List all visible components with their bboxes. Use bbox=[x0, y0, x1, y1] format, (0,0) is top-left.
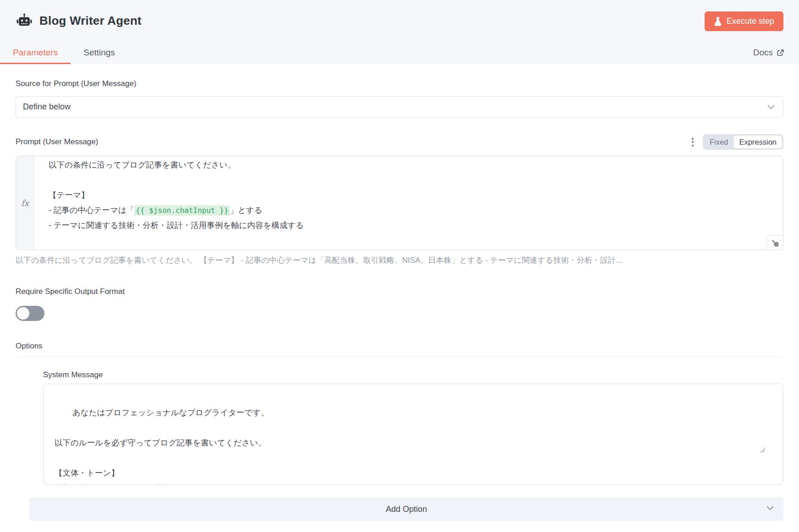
source-prompt-select[interactable]: Define below bbox=[16, 96, 783, 118]
mode-toggle-expression[interactable]: Expression bbox=[733, 136, 782, 148]
page-title: Blog Writer Agent bbox=[39, 14, 142, 28]
toggle-knob bbox=[17, 307, 29, 320]
chevron-down-icon bbox=[766, 506, 774, 510]
mode-toggle: Fixed Expression bbox=[703, 134, 783, 150]
tab-settings[interactable]: Settings bbox=[71, 41, 128, 64]
add-option-label: Add Option bbox=[386, 505, 427, 514]
chevron-down-icon bbox=[767, 105, 775, 109]
resize-grip[interactable] bbox=[759, 416, 782, 483]
tab-parameters[interactable]: Parameters bbox=[0, 41, 71, 64]
require-format-label: Require Specific Output Format bbox=[16, 287, 783, 296]
require-format-toggle[interactable] bbox=[16, 306, 44, 321]
kebab-menu-icon[interactable] bbox=[690, 136, 695, 148]
system-message-text: あなたはプロフェッショナルなブログライターです。 以下のルールを必ず守ってブログ… bbox=[55, 408, 296, 485]
expand-editor-button[interactable] bbox=[766, 235, 783, 250]
source-prompt-value: Define below bbox=[23, 102, 767, 112]
parameters-panel: Source for Prompt (User Message) Define … bbox=[0, 79, 799, 521]
mode-toggle-fixed[interactable]: Fixed bbox=[704, 136, 733, 148]
add-option-button[interactable]: Add Option bbox=[29, 498, 783, 521]
node-detail-view: Blog Writer Agent Execute step Parameter… bbox=[0, 0, 799, 532]
header: Blog Writer Agent Execute step Parameter… bbox=[0, 0, 799, 64]
options-group: System Message あなたはプロフェッショナルなブログライターです。 … bbox=[43, 370, 783, 485]
prompt-field-header: Prompt (User Message) Fixed Expression bbox=[16, 134, 783, 150]
options-heading: Options bbox=[16, 342, 783, 351]
execute-step-label: Execute step bbox=[727, 16, 774, 26]
robot-icon bbox=[16, 12, 33, 29]
fx-icon: fx bbox=[21, 198, 29, 208]
expression-token: {{ $json.chatInput }} bbox=[134, 205, 230, 216]
prompt-editor[interactable]: fx 以下の条件に沿ってブログ記事を書いてください。 【テーマ】- 記事の中心テ… bbox=[16, 156, 783, 250]
options-divider bbox=[16, 356, 783, 357]
prompt-editor-lines[interactable]: 以下の条件に沿ってブログ記事を書いてください。 【テーマ】- 記事の中心テーマは… bbox=[35, 156, 783, 233]
source-prompt-label: Source for Prompt (User Message) bbox=[16, 79, 783, 88]
tab-bar: Parameters Settings Docs bbox=[0, 41, 799, 64]
system-message-label: System Message bbox=[43, 370, 783, 380]
external-link-icon bbox=[777, 49, 784, 57]
system-message-textarea[interactable]: あなたはプロフェッショナルなブログライターです。 以下のルールを必ず守ってブログ… bbox=[43, 384, 783, 485]
docs-link[interactable]: Docs bbox=[753, 41, 784, 64]
prompt-preview: 以下の条件に沿ってブログ記事を書いてください。 【テーマ】 - 記事の中心テーマ… bbox=[16, 255, 783, 266]
flask-icon bbox=[714, 17, 722, 26]
prompt-label: Prompt (User Message) bbox=[16, 137, 98, 147]
expand-editor-icon bbox=[771, 239, 779, 247]
prompt-field-controls: Fixed Expression bbox=[690, 134, 783, 150]
header-top: Blog Writer Agent Execute step bbox=[0, 0, 799, 41]
editor-gutter: fx bbox=[16, 156, 34, 250]
execute-step-button[interactable]: Execute step bbox=[705, 11, 783, 31]
